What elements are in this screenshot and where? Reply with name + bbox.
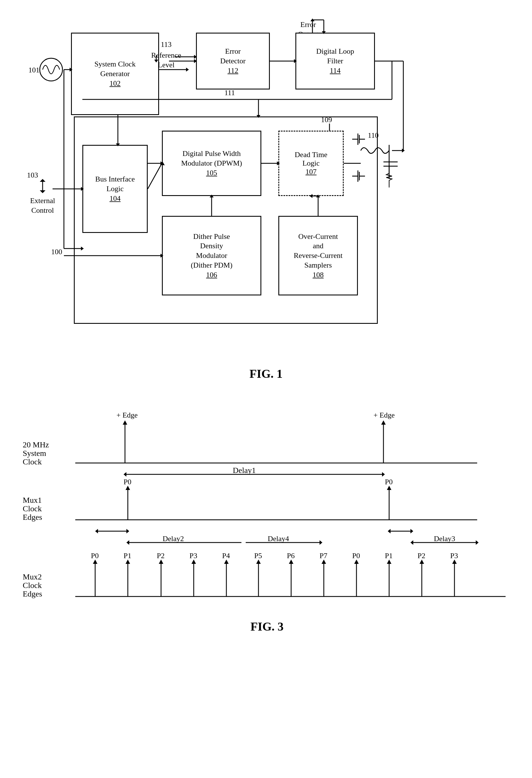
svg-text:P0: P0	[352, 552, 360, 560]
svg-marker-125	[256, 560, 261, 564]
svg-text:Delay3: Delay3	[434, 535, 455, 543]
svg-marker-57	[402, 149, 405, 153]
svg-marker-137	[387, 560, 391, 564]
label-110: 110	[368, 131, 379, 140]
block-bus-interface-logic: Bus Interface Logic 104	[82, 145, 148, 233]
label-external-control: ExternalControl	[23, 196, 63, 215]
svg-marker-87	[387, 486, 391, 490]
svg-marker-113	[126, 560, 130, 564]
svg-marker-91	[127, 529, 129, 533]
fig3-timing-svg: 20 MHz System Clock + Edge + Edge Delay1…	[23, 398, 532, 738]
label-111: 111	[224, 88, 235, 98]
svg-text:Mux1: Mux1	[23, 496, 42, 504]
block-dead-time-logic: Dead Time Logic 107	[278, 131, 344, 196]
block-dpwm: Digital Pulse Width Modulator (DPWM) 105	[162, 131, 261, 196]
svg-text:Delay1: Delay1	[233, 466, 256, 475]
svg-marker-76	[124, 472, 127, 477]
svg-text:+ Edge: + Edge	[117, 411, 138, 419]
svg-text:P0: P0	[124, 478, 131, 486]
svg-marker-110	[93, 560, 97, 564]
svg-marker-100	[410, 529, 413, 533]
svg-point-0	[40, 58, 63, 81]
label-103: 103	[27, 170, 38, 180]
svg-marker-96	[319, 540, 322, 545]
svg-text:Clock: Clock	[23, 504, 42, 513]
svg-marker-93	[127, 540, 129, 545]
svg-text:P3: P3	[189, 552, 197, 560]
svg-text:P0: P0	[385, 478, 392, 486]
svg-marker-134	[354, 560, 359, 564]
svg-text:P5: P5	[254, 552, 262, 560]
svg-marker-143	[452, 560, 457, 564]
svg-text:Delay4: Delay4	[268, 535, 289, 543]
fig1-diagram: 101 System Clock Generator 102 113 Refer…	[11, 11, 521, 381]
fig3-diagram: 20 MHz System Clock + Edge + Edge Delay1…	[11, 398, 521, 767]
svg-marker-140	[420, 560, 424, 564]
svg-text:P3: P3	[450, 552, 458, 560]
svg-marker-103	[476, 540, 479, 545]
label-109: 109	[321, 115, 332, 125]
block-dither-pdm: Dither Pulse Density Modulator (Dither P…	[162, 216, 261, 295]
label-100: 100	[51, 247, 62, 257]
svg-text:P4: P4	[222, 552, 230, 560]
label-101: 101	[28, 65, 40, 75]
svg-marker-119	[192, 560, 196, 564]
svg-text:FIG. 3: FIG. 3	[250, 620, 284, 633]
svg-text:P7: P7	[319, 552, 327, 560]
svg-text:Edges: Edges	[23, 590, 42, 598]
svg-marker-122	[224, 560, 229, 564]
svg-text:P2: P2	[417, 552, 425, 560]
svg-text:Delay2: Delay2	[162, 535, 184, 543]
svg-text:Clock: Clock	[23, 457, 42, 466]
svg-marker-2	[40, 179, 46, 182]
svg-text:System: System	[23, 449, 46, 458]
svg-text:Edges: Edges	[23, 513, 42, 522]
svg-text:Clock: Clock	[23, 581, 42, 590]
external-control-arrows	[34, 179, 51, 193]
fig1-title: FIG. 1	[11, 367, 521, 381]
svg-marker-70	[123, 420, 127, 424]
svg-text:P1: P1	[385, 552, 392, 560]
svg-marker-131	[321, 560, 326, 564]
block-over-current-samplers: Over-Current and Reverse-Current Sampler…	[278, 216, 358, 295]
svg-text:P2: P2	[157, 552, 164, 560]
svg-marker-84	[126, 486, 130, 490]
block-error-detector: Error Detector 112	[196, 33, 270, 89]
svg-marker-116	[159, 560, 163, 564]
page: 101 System Clock Generator 102 113 Refer…	[0, 0, 532, 778]
svg-marker-77	[382, 472, 385, 477]
label-reference-level: 113 ReferenceLevel	[143, 40, 189, 70]
svg-text:P6: P6	[287, 552, 295, 560]
svg-text:20 MHz: 20 MHz	[23, 440, 49, 449]
svg-text:+ Edge: + Edge	[374, 411, 395, 419]
svg-marker-73	[381, 420, 386, 424]
svg-text:P1: P1	[124, 552, 131, 560]
oscillator-symbol	[39, 57, 64, 82]
svg-text:Mux2: Mux2	[23, 572, 42, 581]
svg-marker-3	[40, 190, 46, 193]
svg-marker-102	[410, 540, 413, 545]
svg-marker-128	[289, 560, 293, 564]
svg-text:P0: P0	[91, 552, 98, 560]
block-digital-loop-filter: Digital Loop Filter 114	[295, 33, 375, 89]
svg-marker-99	[388, 529, 391, 533]
svg-marker-90	[95, 529, 98, 533]
